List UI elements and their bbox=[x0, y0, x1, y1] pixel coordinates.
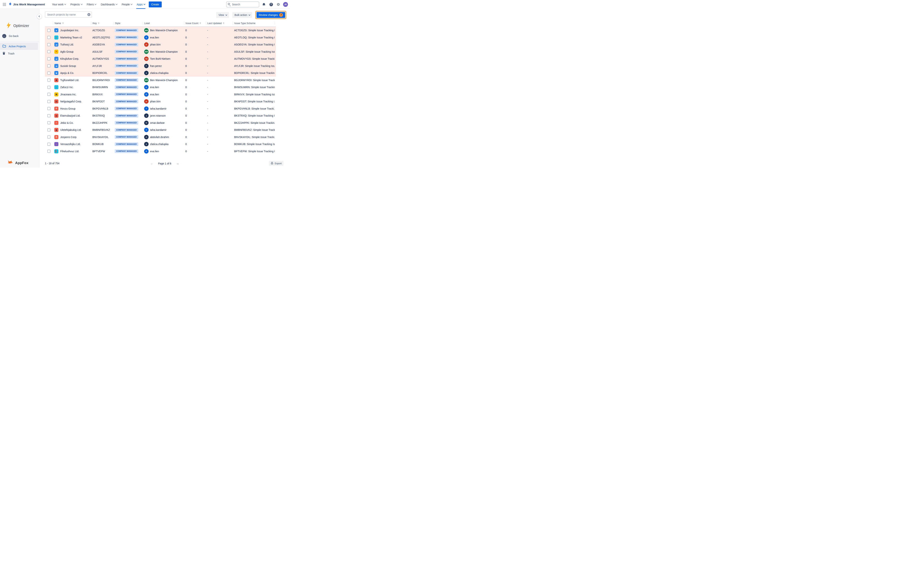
style-badge: COMPANY MANAGED bbox=[115, 107, 138, 110]
next-page-arrow-icon[interactable]: → bbox=[176, 162, 179, 165]
table-body: ▲ Juupobejani Inc. ACTDGZG COMPANY MANAG… bbox=[45, 27, 276, 155]
style-badge: COMPANY MANAGED bbox=[115, 150, 138, 153]
project-name[interactable]: Etamubazjod Ltd. bbox=[60, 114, 80, 117]
project-name[interactable]: Hovzu Group bbox=[60, 107, 75, 110]
row-checkbox[interactable] bbox=[47, 128, 51, 132]
previous-page-arrow-icon[interactable]: ← bbox=[150, 162, 153, 165]
go-back-button[interactable]: ← Go back bbox=[2, 34, 18, 38]
project-name[interactable]: Fiheluohvuc Ltd. bbox=[60, 150, 79, 153]
help-icon[interactable]: ? bbox=[269, 2, 273, 7]
row-checkbox[interactable] bbox=[47, 43, 51, 46]
project-avatar-icon: ▦ bbox=[54, 92, 58, 96]
nav-item-apps[interactable]: Apps bbox=[134, 0, 147, 9]
view-dropdown[interactable]: View bbox=[216, 12, 229, 18]
project-name[interactable]: Apoju & Co. bbox=[60, 72, 74, 75]
row-checkbox[interactable] bbox=[47, 86, 51, 89]
column-header-lead[interactable]: Lead bbox=[142, 22, 184, 25]
issue-type-scheme: ASULSF: Simple Issue Tracking Iss... bbox=[233, 50, 275, 53]
row-checkbox[interactable] bbox=[47, 64, 51, 68]
issue-count: 0 bbox=[184, 43, 206, 46]
user-avatar[interactable]: JR bbox=[283, 2, 288, 7]
row-checkbox[interactable] bbox=[47, 78, 51, 82]
project-name[interactable]: Nelgutagaful Corp. bbox=[60, 100, 82, 103]
project-name[interactable]: Uletefojakukig Ltd. bbox=[60, 128, 81, 131]
project-name[interactable]: Marketing Team v2 bbox=[60, 36, 82, 39]
issue-type-scheme: ASOEGYA: Simple Issue Tracking I... bbox=[233, 43, 275, 46]
row-checkbox[interactable] bbox=[47, 121, 51, 124]
row-checkbox[interactable] bbox=[47, 72, 51, 75]
project-key: BNVSKAYOIL bbox=[91, 136, 114, 139]
column-header-style[interactable]: Style bbox=[114, 22, 142, 25]
settings-gear-icon[interactable]: ⚙ bbox=[276, 2, 281, 7]
row-checkbox[interactable] bbox=[47, 150, 51, 153]
column-header-issue-type-scheme[interactable]: Issue Type Scheme bbox=[233, 22, 275, 25]
row-checkbox[interactable] bbox=[47, 50, 51, 53]
row-checkbox[interactable] bbox=[47, 100, 51, 103]
global-search-input[interactable] bbox=[226, 2, 259, 8]
project-name[interactable]: Kihujlufuw Corp. bbox=[60, 57, 79, 60]
bulk-action-dropdown[interactable]: Bulk action bbox=[232, 12, 252, 18]
lead-name: phan.kim bbox=[150, 43, 160, 46]
column-header-issue-count[interactable]: Issue Count bbox=[184, 22, 206, 25]
jira-brand[interactable]: Jira Work Management bbox=[9, 2, 45, 6]
sort-icon bbox=[223, 22, 224, 24]
lead-avatar: A bbox=[144, 135, 148, 139]
table-row: ▤ Nelgutagaful Corp. BKNPDDT COMPANY MAN… bbox=[45, 98, 276, 105]
row-checkbox[interactable] bbox=[47, 135, 51, 139]
project-avatar-icon: ⚑ bbox=[54, 50, 58, 54]
global-search bbox=[226, 2, 259, 8]
project-name[interactable]: Jinaceara Inc. bbox=[60, 93, 76, 96]
row-checkbox[interactable] bbox=[47, 29, 51, 32]
notifications-icon[interactable] bbox=[261, 2, 266, 7]
project-key: ACTDGZG bbox=[91, 29, 114, 32]
column-header-last-updated[interactable]: Last Updated bbox=[206, 22, 233, 25]
sidebar-item-trash[interactable]: Trash bbox=[0, 50, 38, 57]
project-name[interactable]: Zafuczi Inc. bbox=[60, 86, 74, 88]
style-badge: COMPANY MANAGED bbox=[115, 135, 138, 139]
lead-avatar: O bbox=[144, 121, 148, 125]
row-checkbox[interactable] bbox=[47, 93, 51, 96]
sidebar-item-active-projects[interactable]: Active Projects bbox=[0, 43, 38, 50]
row-checkbox[interactable] bbox=[47, 107, 51, 110]
nav-item-filters[interactable]: Filters bbox=[84, 0, 98, 9]
nav-item-your-work[interactable]: Your work bbox=[50, 0, 68, 9]
project-name[interactable]: Jebiz & Co. bbox=[60, 122, 74, 124]
lead-avatar: F bbox=[144, 64, 148, 68]
sidebar-collapse-button[interactable] bbox=[37, 14, 42, 19]
last-updated: - bbox=[206, 36, 233, 39]
project-name[interactable]: Juupobejani Inc. bbox=[60, 29, 79, 32]
last-updated: - bbox=[206, 57, 233, 60]
style-badge: COMPANY MANAGED bbox=[115, 128, 138, 132]
nav-item-dashboards[interactable]: Dashboards bbox=[98, 0, 119, 9]
last-updated: - bbox=[206, 150, 233, 153]
column-header-name[interactable]: Name bbox=[53, 22, 91, 25]
clear-search-icon[interactable]: ✕ bbox=[87, 13, 90, 16]
column-header-key[interactable]: Key bbox=[91, 22, 114, 25]
issue-count: 0 bbox=[184, 50, 206, 53]
create-button[interactable]: Create bbox=[149, 2, 162, 8]
app-title: Optimizer bbox=[13, 24, 29, 28]
row-checkbox[interactable] bbox=[47, 36, 51, 39]
project-key: BDPIORCRL bbox=[91, 72, 114, 75]
project-name[interactable]: Tuthooj Ltd. bbox=[60, 43, 74, 46]
project-search-input[interactable] bbox=[45, 12, 92, 18]
project-name[interactable]: Agfo Group bbox=[60, 50, 74, 53]
project-key: BGJORMYROI bbox=[91, 79, 114, 82]
pagination: ← Page 1 of 6 → bbox=[39, 162, 290, 165]
project-name[interactable]: Vensazofojku Ltd. bbox=[60, 142, 81, 146]
project-name[interactable]: Susiok Group bbox=[60, 64, 76, 68]
project-key: BMBNFBSVKZ bbox=[91, 128, 114, 131]
project-name[interactable]: Tujifunekbel Ltd. bbox=[60, 79, 79, 82]
row-checkbox[interactable] bbox=[47, 142, 51, 146]
app-switcher-icon[interactable] bbox=[2, 2, 8, 8]
table-row: ☁ Tuthooj Ltd. ASOEGYA COMPANY MANAGED P… bbox=[45, 41, 276, 48]
export-button[interactable]: Export bbox=[269, 161, 284, 166]
nav-item-people[interactable]: People bbox=[119, 0, 134, 9]
row-checkbox[interactable] bbox=[47, 114, 51, 117]
issue-type-scheme: BOMKUB: Simple Issue Tracking Is... bbox=[233, 142, 275, 146]
nav-item-projects[interactable]: Projects bbox=[68, 0, 84, 9]
row-checkbox[interactable] bbox=[47, 57, 51, 60]
project-name[interactable]: Josjanro Corp. bbox=[60, 136, 77, 139]
project-avatar-icon: ◉ bbox=[54, 78, 58, 82]
review-changes-button[interactable]: Review changes 7 bbox=[256, 12, 285, 18]
